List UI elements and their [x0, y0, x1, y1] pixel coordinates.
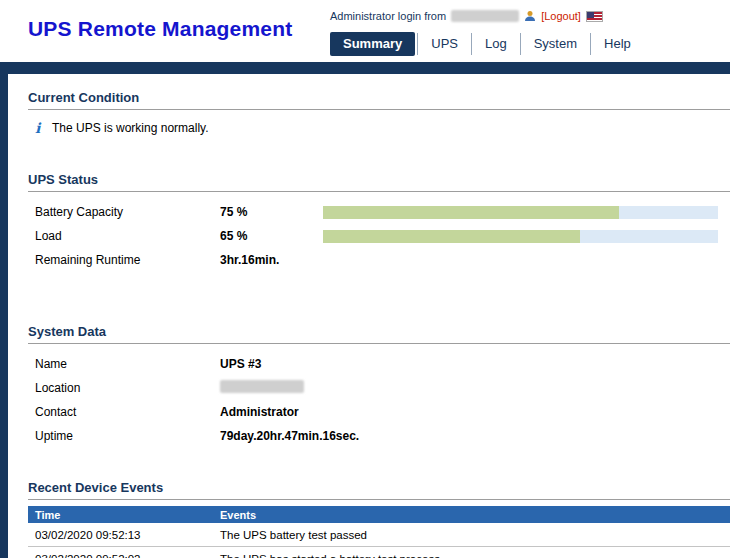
section-current-condition: Current Condition The UPS is working nor… — [28, 90, 730, 136]
section-recent-events: Recent Device Events Time Events 03/02/2… — [28, 480, 730, 558]
events-table: Time Events 03/02/2020 09:52:13 The UPS … — [28, 506, 730, 558]
row-value: 75 % — [220, 205, 323, 219]
row-label: Contact — [35, 405, 220, 419]
logout-link[interactable]: [Logout] — [541, 10, 581, 22]
row-value: 3hr.16min. — [220, 253, 323, 267]
status-message: The UPS is working normally. — [52, 121, 209, 135]
row-value: Administrator — [220, 405, 730, 419]
section-divider — [28, 499, 730, 500]
redacted-login-host — [451, 10, 519, 22]
tab-ups[interactable]: UPS — [417, 33, 471, 55]
header-divider-bar — [0, 62, 730, 74]
data-row-contact: Contact Administrator — [28, 400, 730, 424]
system-data-rows: Name UPS #3 Location Contact Administrat… — [28, 352, 730, 448]
table-row: 03/02/2020 09:52:02 The UPS has started … — [28, 547, 730, 558]
event-text: The UPS has started a battery test proce… — [220, 553, 730, 558]
tab-system[interactable]: System — [520, 33, 590, 55]
tab-summary[interactable]: Summary — [330, 32, 415, 56]
section-title-ups-status: UPS Status — [28, 172, 730, 187]
battery-progress-fill — [323, 206, 619, 219]
user-icon — [524, 10, 536, 22]
section-title-recent-events: Recent Device Events — [28, 480, 730, 495]
battery-progress-bar — [323, 206, 718, 219]
data-row-uptime: Uptime 79day.20hr.47min.16sec. — [28, 424, 730, 448]
row-value — [220, 379, 730, 397]
events-table-header: Time Events — [28, 506, 730, 523]
tab-help[interactable]: Help — [590, 33, 644, 55]
info-icon — [35, 120, 43, 136]
section-divider — [28, 343, 730, 344]
page: UPS Remote Management Administrator logi… — [0, 0, 730, 558]
section-ups-status: UPS Status Battery Capacity 75 % Load 65… — [28, 172, 730, 272]
row-label: Remaining Runtime — [35, 253, 220, 267]
redacted-location-value — [220, 380, 304, 393]
section-divider — [28, 191, 730, 192]
section-system-data: System Data Name UPS #3 Location Contact… — [28, 324, 730, 448]
row-value: 79day.20hr.47min.16sec. — [220, 429, 730, 443]
section-divider — [28, 109, 730, 110]
ups-status-rows: Battery Capacity 75 % Load 65 % Remainin… — [28, 200, 730, 272]
row-label: Location — [35, 381, 220, 395]
main-nav: Summary UPS Log System Help — [330, 32, 644, 56]
event-text: The UPS battery test passed — [220, 529, 730, 541]
load-progress-fill — [323, 230, 580, 243]
row-label: Load — [35, 229, 220, 243]
data-row-name: Name UPS #3 — [28, 352, 730, 376]
left-edge-bar — [0, 74, 8, 558]
section-title-current-condition: Current Condition — [28, 90, 730, 105]
tab-log[interactable]: Log — [471, 33, 520, 55]
us-flag-icon[interactable] — [586, 11, 603, 22]
row-label: Battery Capacity — [35, 205, 220, 219]
header: UPS Remote Management Administrator logi… — [0, 0, 730, 62]
status-row-runtime: Remaining Runtime 3hr.16min. — [28, 248, 730, 272]
app-title: UPS Remote Management — [28, 17, 292, 41]
event-time: 03/02/2020 09:52:13 — [35, 529, 220, 541]
load-progress-bar — [323, 230, 718, 243]
section-title-system-data: System Data — [28, 324, 730, 339]
main-content: Current Condition The UPS is working nor… — [8, 74, 730, 558]
data-row-location: Location — [28, 376, 730, 400]
column-header-time: Time — [35, 509, 220, 521]
condition-row: The UPS is working normally. — [28, 120, 730, 136]
row-value: UPS #3 — [220, 357, 730, 371]
column-header-events: Events — [220, 509, 730, 521]
login-prefix-text: Administrator login from — [330, 10, 446, 22]
row-label: Uptime — [35, 429, 220, 443]
status-row-battery: Battery Capacity 75 % — [28, 200, 730, 224]
table-row: 03/02/2020 09:52:13 The UPS battery test… — [28, 523, 730, 547]
row-label: Name — [35, 357, 220, 371]
login-info: Administrator login from [Logout] — [330, 10, 603, 22]
event-time: 03/02/2020 09:52:02 — [35, 553, 220, 558]
status-row-load: Load 65 % — [28, 224, 730, 248]
row-value: 65 % — [220, 229, 323, 243]
